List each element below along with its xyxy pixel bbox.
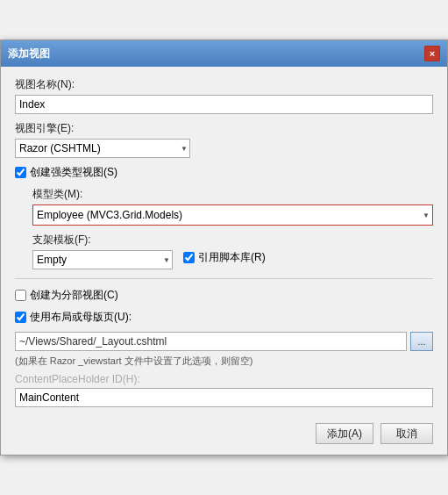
model-class-wrapper: Employee (MVC3.Grid.Models) Grid (MVC3.G… bbox=[32, 204, 433, 226]
partial-view-checkbox[interactable] bbox=[15, 290, 26, 301]
model-class-label: 模型类(M): bbox=[32, 187, 433, 202]
content-placeholder-label: ContentPlaceHolder ID(H): bbox=[15, 373, 433, 385]
view-engine-group: 视图引擎(E): Razor (CSHTML) ASPX (VB) ASPX (… bbox=[15, 121, 433, 158]
title-bar: 添加视图 × bbox=[1, 40, 447, 67]
scaffold-row: 支架模板(F): Empty Create Delete Details Edi… bbox=[32, 233, 433, 269]
add-view-dialog: 添加视图 × 视图名称(N): 视图引擎(E): Razor (CSHTML) … bbox=[0, 39, 448, 456]
view-name-group: 视图名称(N): bbox=[15, 77, 433, 114]
divider bbox=[15, 278, 433, 279]
strongly-typed-checkbox[interactable] bbox=[15, 167, 26, 178]
view-engine-select[interactable]: Razor (CSHTML) ASPX (VB) ASPX (C#) bbox=[15, 139, 190, 158]
scaffold-group: 支架模板(F): Empty Create Delete Details Edi… bbox=[32, 233, 173, 269]
reference-scripts-label[interactable]: 引用脚本库(R) bbox=[198, 250, 266, 265]
close-button[interactable]: × bbox=[424, 46, 440, 61]
scaffold-label: 支架模板(F): bbox=[32, 233, 173, 248]
view-engine-label: 视图引擎(E): bbox=[15, 121, 433, 136]
use-layout-checkbox[interactable] bbox=[15, 312, 26, 323]
content-placeholder-input[interactable] bbox=[15, 388, 433, 407]
layout-path-row: ... bbox=[15, 332, 433, 351]
layout-path-input[interactable] bbox=[15, 332, 407, 351]
use-layout-row: 使用布局或母版页(U): bbox=[15, 310, 433, 325]
browse-button[interactable]: ... bbox=[410, 332, 433, 351]
model-class-select[interactable]: Employee (MVC3.Grid.Models) Grid (MVC3.G… bbox=[33, 205, 432, 225]
partial-view-row: 创建为分部视图(C) bbox=[15, 288, 433, 303]
bottom-buttons: 添加(A) 取消 bbox=[1, 416, 447, 455]
view-name-label: 视图名称(N): bbox=[15, 77, 433, 92]
partial-view-label[interactable]: 创建为分部视图(C) bbox=[30, 288, 118, 303]
reference-scripts-checkbox[interactable] bbox=[183, 252, 195, 263]
model-section: 模型类(M): Employee (MVC3.Grid.Models) Grid… bbox=[32, 187, 433, 269]
reference-scripts-row: 引用脚本库(R) bbox=[183, 250, 266, 265]
hint-text: (如果在 Razor _viewstart 文件中设置了此选项，则留空) bbox=[15, 355, 433, 368]
view-name-input[interactable] bbox=[15, 95, 433, 114]
strongly-typed-label[interactable]: 创建强类型视图(S) bbox=[30, 165, 117, 180]
add-button[interactable]: 添加(A) bbox=[316, 423, 373, 444]
use-layout-label[interactable]: 使用布局或母版页(U): bbox=[30, 310, 132, 325]
dialog-title: 添加视图 bbox=[8, 47, 50, 61]
dialog-content: 视图名称(N): 视图引擎(E): Razor (CSHTML) ASPX (V… bbox=[1, 67, 447, 416]
scaffold-select[interactable]: Empty Create Delete Details Edit List bbox=[32, 250, 173, 269]
model-class-group: 模型类(M): Employee (MVC3.Grid.Models) Grid… bbox=[32, 187, 433, 226]
strongly-typed-row: 创建强类型视图(S) bbox=[15, 165, 433, 180]
cancel-button[interactable]: 取消 bbox=[380, 423, 433, 444]
